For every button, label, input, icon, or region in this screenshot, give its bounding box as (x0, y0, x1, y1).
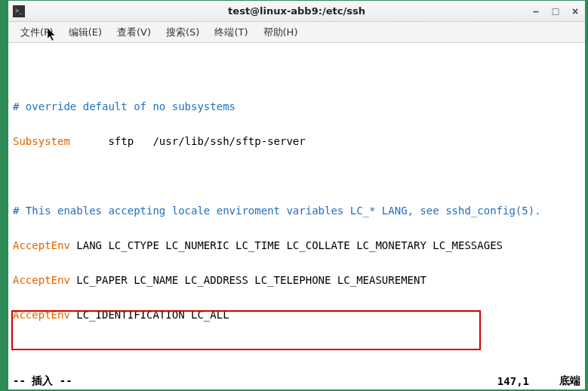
minimize-button[interactable]: – (531, 6, 541, 17)
menu-file[interactable]: 文件(F) (13, 23, 61, 42)
text: sftp /usr/lib/ssh/sftp-server (70, 135, 306, 147)
keyword: AcceptEnv (13, 239, 70, 251)
text-line (13, 63, 580, 81)
terminal-content[interactable]: # override default of no subsystems Subs… (8, 43, 585, 374)
text-line (13, 341, 580, 359)
text: LANG LC_CTYPE LC_NUMERIC LC_TIME LC_COLL… (70, 239, 503, 251)
vim-statusbar: -- 插入 -- 147,1 底端 (8, 374, 585, 389)
menu-edit[interactable]: 编辑(E) (61, 23, 109, 42)
text-line: Subsystem sftp /usr/lib/ssh/sftp-server (13, 133, 580, 150)
vim-scroll: 底端 (559, 374, 580, 388)
menubar: 文件(F) 编辑(E) 查看(V) 搜索(S) 终端(T) 帮助(H) (8, 22, 585, 43)
vim-mode: -- 插入 -- (13, 374, 72, 388)
keyword: AcceptEnv (13, 274, 70, 286)
maximize-button[interactable]: □ (550, 6, 561, 17)
menu-view[interactable]: 查看(V) (109, 23, 159, 42)
close-button[interactable]: × (570, 6, 580, 17)
comment: # override default of no subsystems (13, 100, 236, 112)
text-line: # override default of no subsystems (13, 98, 580, 115)
terminal-window: test@linux-abb9:/etc/ssh – □ × 文件(F) 编辑(… (8, 1, 585, 389)
menu-search[interactable]: 搜索(S) (159, 23, 207, 42)
titlebar: test@linux-abb9:/etc/ssh – □ × (8, 1, 585, 22)
text-line (13, 168, 580, 185)
text: LC_IDENTIFICATION LC_ALL (70, 309, 229, 321)
comment: # This enables accepting locale envirome… (13, 205, 541, 217)
text-line: AcceptEnv LC_PAPER LC_NAME LC_ADDRESS LC… (13, 272, 580, 289)
text: LC_PAPER LC_NAME LC_ADDRESS LC_TELEPHONE… (70, 274, 426, 286)
menu-terminal[interactable]: 终端(T) (207, 23, 255, 42)
vim-position: 147,1 (497, 375, 529, 387)
text-line: # This enables accepting locale envirome… (13, 202, 580, 220)
app-icon (13, 5, 25, 17)
keyword: AcceptEnv (13, 309, 70, 321)
text-line: AcceptEnv LANG LC_CTYPE LC_NUMERIC LC_TI… (13, 237, 580, 254)
window-title: test@linux-abb9:/etc/ssh (228, 5, 365, 17)
keyword: Subsystem (13, 135, 70, 147)
text-line: AcceptEnv LC_IDENTIFICATION LC_ALL (13, 306, 580, 324)
window-controls: – □ × (531, 6, 580, 17)
menu-help[interactable]: 帮助(H) (256, 23, 306, 42)
